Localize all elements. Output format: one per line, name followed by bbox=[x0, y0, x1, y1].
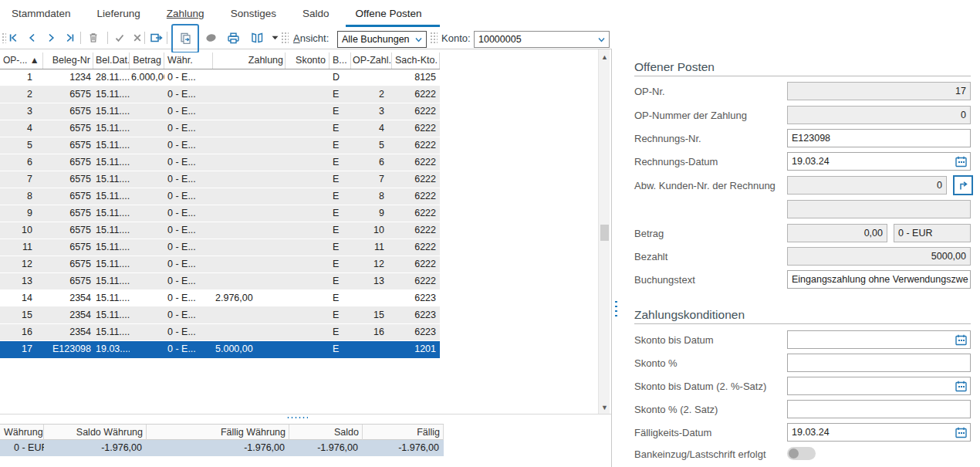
grid-row[interactable]: 14235415.11....0 - E...2.976,00E6223 bbox=[0, 290, 440, 307]
vertical-scrollbar[interactable]: ▲ ▼ bbox=[598, 49, 610, 415]
goto-customer-button[interactable] bbox=[953, 175, 973, 195]
grid-cell: 4 bbox=[0, 120, 43, 137]
grid-row[interactable]: 1123428.11....6.000,000 - E...D8125 bbox=[0, 69, 440, 86]
grid-cell bbox=[213, 171, 286, 188]
faelligkeits-datum-field[interactable]: 19.03.24 bbox=[787, 423, 971, 442]
transfer-booking-icon[interactable] bbox=[149, 30, 164, 46]
delete-icon[interactable] bbox=[86, 30, 100, 46]
grid-cell bbox=[213, 239, 286, 256]
grid-row[interactable]: 2657515.11....0 - E...E26222 bbox=[0, 86, 440, 103]
grid-col-header[interactable]: Zahlung bbox=[213, 52, 286, 69]
print-icon[interactable] bbox=[225, 30, 242, 46]
grid-col-header[interactable]: Betrag bbox=[130, 52, 164, 69]
reports-icon[interactable] bbox=[248, 30, 265, 46]
tab-sonstiges[interactable]: Sonstiges bbox=[231, 8, 276, 19]
horizontal-splitter-handle[interactable] bbox=[286, 416, 308, 419]
grid-cell: 15.11.... bbox=[93, 154, 130, 171]
tab-stammdaten[interactable]: Stammdaten bbox=[12, 8, 71, 19]
konto-combobox[interactable]: 10000005 bbox=[474, 31, 610, 48]
rechnungs-datum-field[interactable]: 19.03.24 bbox=[787, 152, 971, 171]
ansicht-dropdown[interactable]: Alle Buchungen bbox=[337, 31, 427, 48]
grid-row[interactable]: 10657515.11....0 - E...E106222 bbox=[0, 222, 440, 239]
grid-col-header[interactable]: Bel.Dat. bbox=[93, 52, 130, 69]
calendar-icon[interactable] bbox=[955, 426, 968, 439]
confirm-icon[interactable] bbox=[113, 30, 127, 46]
dropdown-caret-icon[interactable] bbox=[270, 30, 279, 46]
skonto-prozent-field[interactable] bbox=[787, 354, 971, 372]
grid-cell bbox=[213, 273, 286, 290]
previous-record-icon[interactable] bbox=[25, 30, 39, 46]
grid-row[interactable]: 11657515.11....0 - E...E116222 bbox=[0, 239, 440, 256]
bankeinzug-toggle[interactable] bbox=[787, 447, 816, 460]
summary-cell: -1.976,00 bbox=[363, 440, 444, 455]
grid-row[interactable]: 13657515.11....0 - E...E136222 bbox=[0, 273, 440, 290]
bankeinzug-label: Bankeinzug/Lastschrift erfolgt bbox=[634, 448, 766, 460]
grid-cell: E bbox=[329, 120, 351, 137]
grid-row[interactable]: 3657515.11....0 - E...E36222 bbox=[0, 103, 440, 120]
grid-row[interactable]: 8657515.11....0 - E...E86222 bbox=[0, 188, 440, 205]
grid-row-selected[interactable]: 17E12309819.03....0 - E...5.000,00E1201 bbox=[0, 341, 440, 358]
tab-saldo[interactable]: Saldo bbox=[302, 8, 329, 19]
next-record-icon[interactable] bbox=[44, 30, 58, 46]
tab-zahlung[interactable]: Zahlung bbox=[167, 8, 204, 19]
rechnungs-nr-label: Rechnungs-Nr. bbox=[634, 133, 701, 144]
copy-icon-focus-box bbox=[171, 24, 199, 53]
grid-cell bbox=[130, 256, 164, 273]
grid-cell: 15.11.... bbox=[93, 307, 130, 324]
abw-kunden-name-field[interactable] bbox=[787, 200, 971, 218]
grid-row[interactable]: 9657515.11....0 - E...E96222 bbox=[0, 205, 440, 222]
grid-cell: 6575 bbox=[43, 154, 93, 171]
grid-col-header[interactable]: Währ. bbox=[164, 52, 213, 69]
grid-row[interactable]: 5657515.11....0 - E...E56222 bbox=[0, 137, 440, 154]
betrag-currency-field[interactable]: 0 - EUR bbox=[894, 224, 971, 242]
op-nummer-der-zahlung-field[interactable]: 0 bbox=[787, 106, 971, 124]
grid-row[interactable]: 6657515.11....0 - E...E66222 bbox=[0, 154, 440, 171]
grid-cell bbox=[130, 324, 164, 341]
first-record-icon[interactable] bbox=[7, 30, 21, 46]
abw-kunden-nr-field[interactable]: 0 bbox=[787, 176, 947, 195]
grid-cell: 11 bbox=[0, 239, 43, 256]
grid-cell bbox=[286, 222, 329, 239]
tab-offene-posten[interactable]: Offene Posten bbox=[355, 8, 421, 19]
last-record-icon[interactable] bbox=[63, 30, 76, 46]
grid-cell bbox=[351, 341, 392, 358]
scroll-down-icon[interactable]: ▼ bbox=[599, 401, 610, 413]
calendar-icon[interactable] bbox=[955, 333, 968, 347]
grid-col-header[interactable]: Beleg-Nr bbox=[43, 52, 93, 69]
grid-row[interactable]: 7657515.11....0 - E...E76222 bbox=[0, 171, 440, 188]
grid-cell: 0 - E... bbox=[164, 290, 213, 307]
op-nr-field[interactable]: 17 bbox=[787, 82, 971, 100]
grid-cell: 10 bbox=[0, 222, 43, 239]
calendar-icon[interactable] bbox=[955, 380, 968, 393]
skonto-prozent2-field[interactable] bbox=[787, 400, 971, 418]
grid-cell bbox=[213, 154, 286, 171]
scrollbar-thumb[interactable] bbox=[600, 225, 609, 241]
rechnungs-nr-field[interactable]: E123098 bbox=[787, 129, 971, 147]
skonto-bis-datum-field[interactable] bbox=[787, 330, 971, 349]
calendar-icon[interactable] bbox=[955, 155, 968, 168]
ansicht-group-grip[interactable] bbox=[281, 32, 289, 44]
stamp-icon[interactable] bbox=[204, 30, 218, 46]
toolbar-grip[interactable] bbox=[2, 32, 6, 43]
grid-col-header[interactable]: Sach-Kto. bbox=[392, 52, 440, 69]
konto-group-grip[interactable] bbox=[430, 32, 438, 44]
grid-col-header[interactable]: OP-... ▲ bbox=[0, 52, 43, 69]
scroll-up-icon[interactable]: ▲ bbox=[599, 51, 610, 63]
grid-row[interactable]: 12657515.11....0 - E...E126222 bbox=[0, 256, 440, 273]
grid-row[interactable]: 16235415.11....0 - E...E166223 bbox=[0, 324, 440, 341]
ansicht-label: Ansicht: bbox=[293, 32, 329, 44]
grid-cell: 0 - E... bbox=[164, 188, 213, 205]
grid-row[interactable]: 15235415.11....0 - E...E156223 bbox=[0, 307, 440, 324]
tab-lieferung[interactable]: Lieferung bbox=[97, 8, 140, 19]
grid-cell bbox=[130, 239, 164, 256]
betrag-field[interactable]: 0,00 bbox=[787, 224, 887, 242]
vertical-splitter-handle[interactable] bbox=[614, 299, 618, 318]
grid-col-header[interactable]: B... bbox=[329, 52, 351, 69]
bezahlt-field[interactable]: 5000,00 bbox=[787, 247, 971, 266]
grid-row[interactable]: 4657515.11....0 - E...E46222 bbox=[0, 120, 440, 137]
cancel-icon[interactable] bbox=[130, 30, 144, 46]
skonto-bis-datum2-field[interactable] bbox=[787, 377, 971, 395]
buchungstext-field[interactable]: Eingangszahlung ohne Verwendungszwe bbox=[787, 270, 971, 289]
grid-col-header[interactable]: OP-Zahl. bbox=[351, 52, 392, 69]
grid-col-header[interactable]: Skonto bbox=[286, 52, 329, 69]
